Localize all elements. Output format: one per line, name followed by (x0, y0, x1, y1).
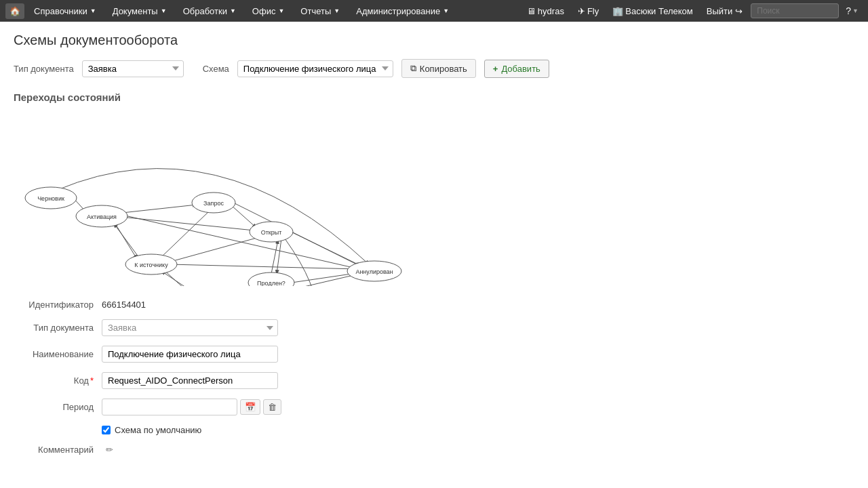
page-content: Схемы документооборота Тип документа Зая… (0, 22, 868, 475)
chevron-down-icon: ▼ (443, 7, 449, 14)
default-schema-row: Схема по умолчанию (102, 425, 854, 435)
nav-logout[interactable]: Выйти ↪ (701, 0, 749, 22)
svg-text:Запрос: Запрос (203, 200, 224, 207)
period-input[interactable] (102, 399, 237, 415)
identifier-value: 666154401 (102, 300, 146, 310)
nav-item-references[interactable]: Справочники ▼ (27, 0, 103, 22)
svg-line-1 (122, 205, 197, 213)
help-icon: ? (846, 5, 851, 16)
help-button[interactable]: ? ▼ (842, 5, 863, 16)
doc-type-label: Тип документа (14, 64, 74, 74)
plane-icon: ✈ (578, 6, 585, 16)
copy-icon: ⧉ (410, 63, 416, 74)
svg-line-11 (114, 224, 139, 258)
server-icon: 🖥 (527, 6, 536, 16)
schema-label: Схема (203, 64, 229, 74)
svg-line-10 (168, 237, 259, 262)
nav-item-reports[interactable]: Отчеты ▼ (294, 0, 347, 22)
nav-fly[interactable]: ✈ Fly (572, 0, 604, 22)
code-input[interactable] (102, 372, 278, 389)
nav-item-admin[interactable]: Администрирование ▼ (349, 0, 456, 22)
svg-text:Аннулирован: Аннулирован (355, 268, 393, 275)
add-button[interactable]: + Добавить (484, 60, 549, 78)
nav-item-documents[interactable]: Документы ▼ (106, 0, 174, 22)
default-schema-checkbox[interactable] (102, 426, 111, 434)
code-label: Код (14, 375, 102, 386)
form-doc-type-select[interactable]: Заявка (102, 319, 278, 336)
schema-select[interactable]: Подключение физического лица (237, 60, 393, 77)
code-row: Код (14, 372, 854, 389)
svg-text:Открыт: Открыт (261, 229, 282, 236)
svg-text:Продлен?: Продлен? (257, 280, 285, 286)
identifier-row: Идентификатор 666154401 (14, 300, 854, 310)
page-title: Схемы документооборота (14, 33, 854, 48)
svg-line-3 (114, 222, 137, 259)
name-input[interactable] (102, 346, 278, 363)
flow-diagram: Черновик Активация Запрос Открыт К источ… (14, 110, 420, 286)
form-doc-type-row: Тип документа Заявка (14, 319, 854, 336)
clear-date-button[interactable]: 🗑 (263, 399, 281, 415)
comment-label: Комментарий (14, 445, 102, 455)
calendar-button[interactable]: 📅 (240, 399, 260, 415)
form-doc-type-label: Тип документа (14, 323, 102, 333)
logout-icon: ↪ (735, 6, 743, 16)
trash-icon: 🗑 (268, 402, 277, 412)
nav-hydras[interactable]: 🖥 hydras (521, 0, 570, 22)
chevron-down-icon: ▼ (278, 7, 284, 14)
chevron-down-icon: ▼ (230, 7, 236, 14)
transitions-section: Переходы состояний (14, 92, 854, 455)
svg-line-5 (231, 205, 256, 228)
edit-comment-button[interactable]: ✏ (106, 445, 113, 455)
chevron-down-icon: ▼ (161, 7, 167, 14)
toolbar: Тип документа Заявка Схема Подключение ф… (14, 59, 854, 78)
doc-type-select[interactable]: Заявка (82, 60, 184, 77)
chevron-down-icon: ▼ (334, 7, 340, 14)
company-icon: 🏢 (612, 6, 623, 16)
period-label: Период (14, 402, 102, 412)
period-group: 📅 🗑 (102, 399, 281, 415)
svg-text:К источнику: К источнику (134, 262, 168, 268)
copy-button[interactable]: ⧉ Копировать (401, 59, 476, 78)
period-row: Период 📅 🗑 (14, 399, 854, 415)
nav-item-office[interactable]: Офис ▼ (245, 0, 292, 22)
identifier-label: Идентификатор (14, 300, 102, 310)
chevron-down-icon: ▼ (852, 7, 859, 14)
chevron-down-icon: ▼ (90, 7, 96, 14)
home-button[interactable]: 🏠 (5, 3, 24, 19)
svg-text:Активация: Активация (87, 214, 117, 220)
name-row: Наименование (14, 346, 854, 363)
nav-item-processing[interactable]: Обработки ▼ (176, 0, 243, 22)
svg-line-7 (159, 211, 209, 259)
name-label: Наименование (14, 349, 102, 359)
search-input[interactable] (751, 3, 839, 18)
svg-text:Черновик: Черновик (37, 195, 64, 202)
comment-row: Комментарий ✏ (14, 445, 854, 455)
plus-icon: + (493, 64, 498, 74)
svg-line-16 (271, 240, 278, 274)
navbar: 🏠 Справочники ▼ Документы ▼ Обработки ▼ … (0, 0, 868, 22)
svg-line-13 (170, 264, 358, 269)
section-title: Переходы состояний (14, 92, 854, 103)
home-icon: 🏠 (9, 6, 20, 16)
calendar-icon: 📅 (245, 402, 256, 412)
default-schema-label[interactable]: Схема по умолчанию (115, 425, 201, 435)
nav-company[interactable]: 🏢 Васюки Телеком (607, 0, 698, 22)
